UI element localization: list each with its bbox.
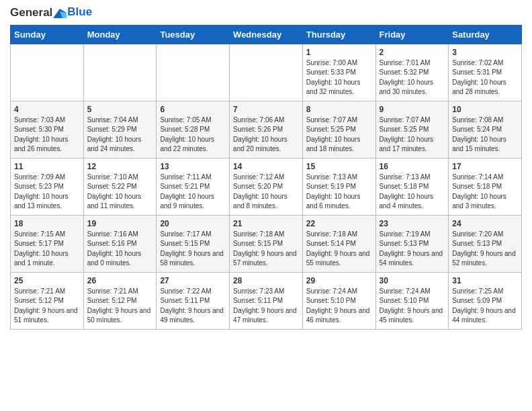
day-number: 26 — [87, 276, 153, 285]
day-info: Sunrise: 7:11 AMSunset: 5:21 PMDaylight:… — [160, 173, 226, 212]
day-info: Sunrise: 7:04 AMSunset: 5:29 PMDaylight:… — [87, 116, 153, 154]
day-number: 29 — [306, 276, 372, 285]
day-info: Sunrise: 7:20 AMSunset: 5:13 PMDaylight:… — [452, 230, 518, 269]
day-number: 30 — [380, 276, 445, 285]
calendar-cell: 19Sunrise: 7:16 AMSunset: 5:16 PMDayligh… — [83, 215, 157, 272]
day-info: Sunrise: 7:16 AMSunset: 5:16 PMDaylight:… — [87, 230, 153, 269]
day-number: 6 — [160, 105, 226, 114]
day-number: 31 — [452, 276, 518, 285]
day-number: 9 — [380, 105, 445, 114]
calendar-cell — [83, 44, 157, 101]
day-info: Sunrise: 7:06 AMSunset: 5:26 PMDaylight:… — [233, 116, 299, 154]
day-info: Sunrise: 7:13 AMSunset: 5:19 PMDaylight:… — [306, 173, 372, 212]
logo-icon — [53, 9, 66, 18]
calendar-cell: 31Sunrise: 7:25 AMSunset: 5:09 PMDayligh… — [449, 272, 522, 329]
calendar-cell: 3Sunrise: 7:02 AMSunset: 5:31 PMDaylight… — [449, 44, 522, 101]
logo: General Blue — [10, 7, 92, 19]
day-number: 2 — [380, 48, 445, 57]
logo-general: General — [10, 6, 52, 19]
weekday-header: Monday — [83, 25, 157, 44]
calendar-cell: 20Sunrise: 7:17 AMSunset: 5:15 PMDayligh… — [157, 215, 230, 272]
calendar-cell: 18Sunrise: 7:15 AMSunset: 5:17 PMDayligh… — [11, 215, 84, 272]
day-number: 7 — [233, 105, 299, 114]
calendar-cell: 7Sunrise: 7:06 AMSunset: 5:26 PMDaylight… — [230, 101, 303, 158]
calendar-cell: 8Sunrise: 7:07 AMSunset: 5:25 PMDaylight… — [302, 101, 375, 158]
calendar-cell: 28Sunrise: 7:23 AMSunset: 5:11 PMDayligh… — [230, 272, 303, 329]
day-info: Sunrise: 7:02 AMSunset: 5:31 PMDaylight:… — [452, 58, 518, 97]
calendar-week-row: 18Sunrise: 7:15 AMSunset: 5:17 PMDayligh… — [11, 215, 522, 272]
calendar-cell: 27Sunrise: 7:22 AMSunset: 5:11 PMDayligh… — [157, 272, 230, 329]
day-number: 10 — [452, 105, 518, 114]
calendar-cell: 14Sunrise: 7:12 AMSunset: 5:20 PMDayligh… — [230, 158, 303, 215]
day-info: Sunrise: 7:22 AMSunset: 5:11 PMDaylight:… — [160, 287, 226, 326]
day-number: 11 — [14, 162, 80, 171]
calendar-cell — [157, 44, 230, 101]
calendar-week-row: 4Sunrise: 7:03 AMSunset: 5:30 PMDaylight… — [11, 101, 522, 158]
calendar-cell: 24Sunrise: 7:20 AMSunset: 5:13 PMDayligh… — [449, 215, 522, 272]
logo-blue: Blue — [67, 5, 92, 19]
day-info: Sunrise: 7:13 AMSunset: 5:18 PMDaylight:… — [380, 173, 445, 212]
calendar-cell: 16Sunrise: 7:13 AMSunset: 5:18 PMDayligh… — [375, 158, 449, 215]
weekday-header: Friday — [375, 25, 449, 44]
day-number: 15 — [306, 162, 372, 171]
day-info: Sunrise: 7:18 AMSunset: 5:14 PMDaylight:… — [306, 230, 372, 269]
calendar-cell: 4Sunrise: 7:03 AMSunset: 5:30 PMDaylight… — [11, 101, 84, 158]
calendar-week-row: 11Sunrise: 7:09 AMSunset: 5:23 PMDayligh… — [11, 158, 522, 215]
day-info: Sunrise: 7:14 AMSunset: 5:18 PMDaylight:… — [452, 173, 518, 212]
calendar-cell: 17Sunrise: 7:14 AMSunset: 5:18 PMDayligh… — [449, 158, 522, 215]
day-number: 21 — [233, 219, 299, 228]
day-info: Sunrise: 7:05 AMSunset: 5:28 PMDaylight:… — [160, 116, 226, 154]
day-info: Sunrise: 7:24 AMSunset: 5:10 PMDaylight:… — [380, 287, 445, 326]
weekday-header: Tuesday — [157, 25, 230, 44]
day-info: Sunrise: 7:09 AMSunset: 5:23 PMDaylight:… — [14, 173, 80, 212]
day-info: Sunrise: 7:03 AMSunset: 5:30 PMDaylight:… — [14, 116, 80, 154]
day-number: 1 — [306, 48, 372, 57]
day-number: 27 — [160, 276, 226, 285]
day-info: Sunrise: 7:21 AMSunset: 5:12 PMDaylight:… — [14, 287, 80, 326]
day-info: Sunrise: 7:12 AMSunset: 5:20 PMDaylight:… — [233, 173, 299, 212]
calendar-table: SundayMondayTuesdayWednesdayThursdayFrid… — [10, 25, 522, 330]
calendar-cell: 26Sunrise: 7:21 AMSunset: 5:12 PMDayligh… — [83, 272, 157, 329]
day-info: Sunrise: 7:17 AMSunset: 5:15 PMDaylight:… — [160, 230, 226, 269]
day-number: 23 — [380, 219, 445, 228]
calendar-cell: 10Sunrise: 7:08 AMSunset: 5:24 PMDayligh… — [449, 101, 522, 158]
calendar-cell: 6Sunrise: 7:05 AMSunset: 5:28 PMDaylight… — [157, 101, 230, 158]
day-number: 8 — [306, 105, 372, 114]
day-number: 20 — [160, 219, 226, 228]
day-info: Sunrise: 7:10 AMSunset: 5:22 PMDaylight:… — [87, 173, 153, 212]
page-header: General Blue — [10, 7, 522, 19]
calendar-cell: 5Sunrise: 7:04 AMSunset: 5:29 PMDaylight… — [83, 101, 157, 158]
day-info: Sunrise: 7:18 AMSunset: 5:15 PMDaylight:… — [233, 230, 299, 269]
calendar-cell: 23Sunrise: 7:19 AMSunset: 5:13 PMDayligh… — [375, 215, 449, 272]
calendar-cell — [11, 44, 84, 101]
calendar-cell: 22Sunrise: 7:18 AMSunset: 5:14 PMDayligh… — [302, 215, 375, 272]
calendar-cell: 9Sunrise: 7:07 AMSunset: 5:25 PMDaylight… — [375, 101, 449, 158]
day-info: Sunrise: 7:23 AMSunset: 5:11 PMDaylight:… — [233, 287, 299, 326]
calendar-week-row: 25Sunrise: 7:21 AMSunset: 5:12 PMDayligh… — [11, 272, 522, 329]
calendar-cell: 29Sunrise: 7:24 AMSunset: 5:10 PMDayligh… — [302, 272, 375, 329]
weekday-header: Wednesday — [230, 25, 303, 44]
calendar-cell: 2Sunrise: 7:01 AMSunset: 5:32 PMDaylight… — [375, 44, 449, 101]
day-number: 22 — [306, 219, 372, 228]
calendar-cell: 1Sunrise: 7:00 AMSunset: 5:33 PMDaylight… — [302, 44, 375, 101]
weekday-header: Saturday — [449, 25, 522, 44]
day-info: Sunrise: 7:07 AMSunset: 5:25 PMDaylight:… — [306, 116, 372, 154]
calendar-cell: 15Sunrise: 7:13 AMSunset: 5:19 PMDayligh… — [302, 158, 375, 215]
day-info: Sunrise: 7:24 AMSunset: 5:10 PMDaylight:… — [306, 287, 372, 326]
day-info: Sunrise: 7:15 AMSunset: 5:17 PMDaylight:… — [14, 230, 80, 269]
day-info: Sunrise: 7:25 AMSunset: 5:09 PMDaylight:… — [452, 287, 518, 326]
day-info: Sunrise: 7:21 AMSunset: 5:12 PMDaylight:… — [87, 287, 153, 326]
day-number: 4 — [14, 105, 80, 114]
calendar-header-row: SundayMondayTuesdayWednesdayThursdayFrid… — [11, 25, 522, 44]
day-info: Sunrise: 7:01 AMSunset: 5:32 PMDaylight:… — [380, 58, 445, 97]
day-number: 12 — [87, 162, 153, 171]
day-number: 13 — [160, 162, 226, 171]
day-number: 19 — [87, 219, 153, 228]
day-number: 18 — [14, 219, 80, 228]
weekday-header: Thursday — [302, 25, 375, 44]
calendar-cell: 25Sunrise: 7:21 AMSunset: 5:12 PMDayligh… — [11, 272, 84, 329]
day-info: Sunrise: 7:07 AMSunset: 5:25 PMDaylight:… — [380, 116, 445, 154]
day-number: 5 — [87, 105, 153, 114]
day-info: Sunrise: 7:19 AMSunset: 5:13 PMDaylight:… — [380, 230, 445, 269]
day-number: 25 — [14, 276, 80, 285]
